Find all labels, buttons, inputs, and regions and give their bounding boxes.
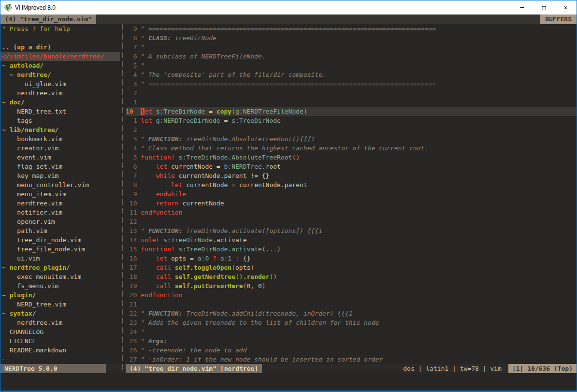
code-token: nerdtree.vim [2,200,62,207]
nerdtree-row[interactable]: menu_controller.vim [0,180,120,189]
code-line[interactable]: 20 endfunction [126,290,577,300]
code-line[interactable]: 19 call self.putCursorHere(0, 0) [126,281,577,290]
code-line[interactable]: 2 [126,88,577,98]
code-token: ) [250,264,254,271]
code-line[interactable]: 6 " A subclass of NERDTreeFileNode. [126,52,577,61]
nerdtree-row[interactable]: " Press ? for help [0,24,120,33]
code-token: () [292,154,300,161]
code-line[interactable]: 21 [126,300,577,309]
code-line[interactable]: 17 call self.toggleOpen(opts) [126,263,577,272]
nerdtree-row[interactable]: ~ [0,355,120,364]
code-line[interactable]: 7 " [126,43,577,52]
code-line[interactable]: 15 function! s:TreeDirNode.activate(...) [126,245,577,254]
code-line[interactable]: 11 endfunction [126,208,577,217]
code-line[interactable]: 23 " Adds the given treenode to the list… [126,318,577,327]
nerdtree-row[interactable]: nerdtree.vim [0,199,120,208]
code-line[interactable]: 24 " [126,327,577,336]
code-line[interactable]: 22 " FUNCTION: TreeDirNode.addChild(tree… [126,309,577,318]
nerdtree-row[interactable]: tree_dir_node.vim [0,235,120,245]
code-line[interactable]: 8 " CLASS: TreeDirNode [126,33,577,43]
command-line[interactable] [0,373,577,391]
code-token: .render [243,273,270,280]
window-split-separator[interactable] [120,24,126,373]
nerdtree-row[interactable]: menu_item.vim [0,189,120,199]
maximize-button[interactable]: □ [533,0,555,15]
code-token: NERD_tree.vim [2,301,66,308]
nerdtree-row[interactable]: ~ plugin/ [0,290,120,300]
code-line[interactable]: 13 " FUNCTION: TreeDirNode.activate([opt… [126,226,577,235]
code-line[interactable]: 14 unlet s:TreeDirNode.activate [126,235,577,245]
code-line[interactable]: 27 " -inOrder: 1 if the new node should … [126,355,577,364]
code-line[interactable]: 3 " ====================================… [126,79,577,88]
nerdtree-row[interactable]: NERD_tree.vim [0,300,120,309]
code-token [141,163,156,170]
nerdtree-row[interactable]: ~ syntax/ [0,309,120,318]
nerdtree-row[interactable]: ui_glue.vim [0,79,120,88]
nerdtree-row[interactable] [0,33,120,43]
nerdtree-row[interactable]: ~ doc/ [0,98,120,107]
code-line[interactable]: 16 let opts = a:0 ? a:1 : {} [126,254,577,263]
code-line[interactable]: 12 [126,217,577,226]
code-line[interactable]: 6 let currentNode = b:NERDTree.root [126,162,577,171]
code-line[interactable]: 3 " FUNCTION: TreeDirNode.AbsoluteTreeRo… [126,134,577,144]
nerdtree-row[interactable]: flag_set.vim [0,162,120,171]
code-line[interactable]: 18 call self.getNerdtree().render() [126,272,577,281]
nerdtree-row[interactable]: README.markdown [0,346,120,355]
code-token: ~ [2,356,6,363]
code-token: ui_glue.vim [2,80,66,87]
nerdtree-root-row[interactable]: </vimfiles/bundle/nerdtree/ [0,52,120,61]
close-button[interactable]: ✕ [555,0,577,15]
code-line[interactable]: 7 while currentNode.parent != {} [126,171,577,180]
nerdtree-row[interactable]: ui.vim [0,254,120,263]
nerdtree-row[interactable]: event.vim [0,153,120,162]
nerdtree-row[interactable]: exec_menuitem.vim [0,272,120,281]
nerdtree-row[interactable]: key_map.vim [0,171,120,180]
code-line[interactable]: 25 " Args: [126,336,577,346]
nerdtree-row[interactable]: tags [0,116,120,125]
code-line[interactable]: 2 [126,125,577,134]
nerdtree-row[interactable]: nerdtree.vim [0,88,120,98]
nerdtree-row[interactable]: ~ autoload/ [0,61,120,70]
code-line[interactable]: 8 let currentNode = currentNode.parent [126,180,577,189]
code-token: {} [239,255,250,262]
code-token: NERD_tree.txt [2,108,66,115]
code-token: ) [303,108,307,115]
code-token: " The 'composite' part of the file/dir c… [141,71,326,78]
nerdtree-row[interactable]: opener.vim [0,217,120,226]
nerdtree-row[interactable]: ~ nerdtree/ [0,70,120,79]
code-line[interactable]: 5 function! s:TreeDirNode.AbsoluteTreeRo… [126,153,577,162]
code-line[interactable]: 10 return currentNode [126,199,577,208]
code-line[interactable]: 4 " Class method that returns the highes… [126,144,577,153]
code-line-current[interactable]: 10 let s:TreeDirNode = copy(g:NERDTreeFi… [126,107,577,116]
nerdtree-row[interactable]: NERD_tree.txt [0,107,120,116]
code-token [175,154,179,161]
code-line[interactable]: 1 [126,98,577,107]
minimize-button[interactable]: ─ [511,0,533,15]
nerdtree-row[interactable]: LICENCE [0,336,120,346]
nerdtree-row[interactable]: ~ lib/nerdtree/ [0,125,120,134]
code-token: " [141,135,148,143]
nerdtree-row[interactable]: creator.vim [0,144,120,153]
nerdtree-row[interactable]: path.vim [0,226,120,235]
code-token: a:1 [220,255,231,262]
line-number: 11 [126,209,141,216]
code-line[interactable]: 26 " -treenode: the node to add [126,346,577,355]
nerdtree-row[interactable]: notifier.vim [0,208,120,217]
code-line[interactable]: 9 " ====================================… [126,24,577,33]
code-line[interactable]: 4 " The 'composite' part of the file/dir… [126,70,577,79]
code-token: unlet [141,236,159,244]
code-token: ~ [2,264,10,271]
tab-tree-dir-node[interactable]: (4) "tree_dir_node.vim" [0,15,96,24]
nerdtree-row[interactable]: bookmark.vim [0,134,120,144]
nerdtree-row[interactable]: .. (up a dir) [0,43,120,52]
nerdtree-row[interactable]: fs_menu.vim [0,281,120,290]
nerdtree-row[interactable]: ~ nerdtree_plugin/ [0,263,120,272]
code-line[interactable]: 1 let g:NERDTreeDirNode = s:TreeDirNode [126,116,577,125]
nerdtree-row[interactable]: CHANGELOG [0,327,120,336]
code-line[interactable]: 9 endwhile [126,189,577,199]
line-number: 22 [126,310,141,317]
code-token [141,255,156,262]
code-line[interactable]: 5 " [126,61,577,70]
nerdtree-row[interactable]: nerdtree.vim [0,318,120,327]
nerdtree-row[interactable]: tree_file_node.vim [0,245,120,254]
